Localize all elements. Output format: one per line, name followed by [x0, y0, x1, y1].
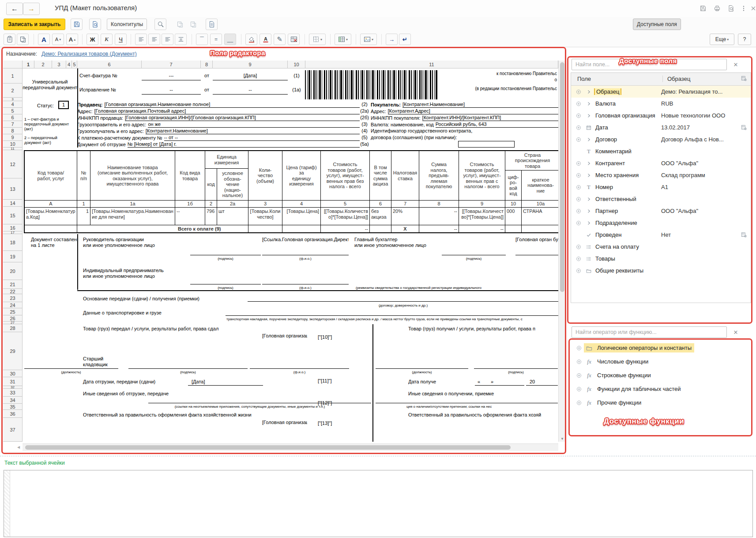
wrap-text-icon[interactable]: ↵	[399, 34, 411, 45]
row-header[interactable]: 13	[3, 178, 23, 200]
assignment-link[interactable]: Демо: Реализация товаров (Документ)	[41, 51, 137, 57]
column-header[interactable]: 11	[305, 61, 558, 68]
save-icon[interactable]	[71, 19, 83, 30]
horizontal-scrollbar[interactable]: ◀	[23, 443, 558, 451]
row-header[interactable]: 5	[3, 108, 23, 114]
row-header[interactable]: 36	[3, 410, 23, 418]
window-save-icon[interactable]	[699, 4, 707, 12]
row-header[interactable]: 30	[3, 370, 23, 377]
row-header[interactable]: 33	[3, 389, 23, 397]
valign-middle-icon[interactable]: =	[210, 34, 222, 45]
row-header[interactable]: 6	[3, 114, 23, 121]
window-menu-icon[interactable]	[740, 4, 748, 12]
row-header[interactable]: 15	[3, 207, 23, 224]
row-header[interactable]: 4	[3, 101, 23, 108]
window-preview-icon[interactable]	[727, 4, 735, 12]
italic-button[interactable]: К	[101, 34, 113, 45]
dolzh-caption: (должность)	[29, 370, 113, 374]
column-header[interactable]: 2	[34, 61, 52, 68]
grid-corner[interactable]	[3, 61, 23, 68]
align-left-icon[interactable]	[135, 34, 147, 45]
align-justify-icon[interactable]	[175, 34, 187, 45]
preview-icon[interactable]	[89, 19, 101, 30]
row-header[interactable]: 7	[3, 121, 23, 128]
column-header[interactable]: 6	[77, 61, 142, 68]
fill-color-icon[interactable]	[245, 34, 257, 45]
font-larger-button[interactable]: А▴	[66, 34, 78, 45]
valign-bottom-icon[interactable]: __	[224, 34, 236, 45]
bold-button[interactable]: Ж	[87, 34, 98, 45]
row-header[interactable]: 34	[3, 397, 23, 404]
row-header[interactable]: 24	[3, 302, 23, 308]
row-header[interactable]: 8	[3, 128, 23, 134]
paste-style-icon[interactable]	[187, 19, 199, 30]
pencil-icon[interactable]: ✎	[274, 34, 286, 45]
row-header[interactable]: 19	[3, 251, 23, 262]
window-close-icon[interactable]	[749, 4, 756, 12]
copy-style-icon[interactable]	[174, 19, 186, 30]
column-header[interactable]: 4	[66, 61, 72, 68]
row-header[interactable]: 31	[3, 377, 23, 386]
selected-cell-text-area[interactable]	[4, 470, 753, 537]
paste-icon[interactable]	[4, 34, 15, 45]
copy-icon[interactable]	[17, 34, 29, 45]
column-header[interactable]: 10	[288, 61, 305, 68]
text-orientation-icon[interactable]: →	[386, 34, 398, 45]
row-header[interactable]: 16	[3, 224, 23, 231]
row-header[interactable]: 23	[3, 294, 23, 302]
find-icon[interactable]	[154, 19, 166, 30]
back-button[interactable]: ←	[6, 3, 23, 15]
row-header[interactable]: 14	[3, 200, 23, 207]
functions-search-input[interactable]	[572, 326, 727, 338]
font-color-icon[interactable]	[260, 34, 271, 45]
column-header[interactable]: 5	[72, 61, 77, 68]
save-close-button[interactable]: Записать и закрыть	[4, 19, 65, 30]
available-fields-button[interactable]: Доступные поля	[633, 19, 681, 30]
row-header[interactable]: 28	[3, 324, 23, 332]
row-header[interactable]: 2	[3, 83, 23, 98]
layout-editor-area[interactable]: Назначение: Демо: Реализация товаров (До…	[1, 47, 566, 454]
scroll-down-icon[interactable]: ▼	[560, 437, 564, 441]
column-header[interactable]: 1	[23, 61, 34, 68]
row-header[interactable]: 25	[3, 308, 23, 315]
headers-footers-button[interactable]: Колонтитулы	[107, 19, 147, 30]
row-header[interactable]: 35	[3, 404, 23, 410]
align-center-icon[interactable]	[148, 34, 160, 45]
row-header[interactable]: 26	[3, 315, 23, 322]
row-header[interactable]: 12	[3, 150, 23, 178]
row-header[interactable]: 3	[3, 98, 23, 101]
data-cost-with-tax: [[Товары.Количество]*[Товары.Цена]]	[459, 208, 505, 225]
borders-dropdown[interactable]: ▾	[309, 34, 326, 45]
picture-dropdown[interactable]: ▾	[360, 34, 377, 45]
row-header[interactable]: 20	[3, 262, 23, 280]
functions-search-close-icon[interactable]: ✕	[731, 327, 741, 337]
row-header[interactable]: 37	[3, 418, 23, 442]
window-print-icon[interactable]	[713, 4, 721, 12]
scroll-left-icon[interactable]: ◀	[17, 445, 20, 449]
help-button[interactable]: ?	[738, 34, 751, 45]
row-header[interactable]: 22	[3, 289, 23, 294]
column-header[interactable]: 7	[142, 61, 201, 68]
column-header[interactable]: 3	[52, 61, 66, 68]
row-header[interactable]: 21	[3, 280, 23, 289]
underline-button[interactable]: Ч	[115, 34, 127, 45]
font-smaller-button[interactable]: А▾	[52, 34, 64, 45]
vertical-scrollbar[interactable]: ▼	[558, 61, 566, 442]
forward-button[interactable]: →	[23, 3, 40, 15]
row-header[interactable]: 10	[3, 141, 23, 148]
resp-ship-label: Ответственный за правильность оформления…	[83, 412, 370, 418]
column-header[interactable]: 9	[213, 61, 288, 68]
align-right-icon[interactable]	[162, 34, 173, 45]
row-header[interactable]: 29	[3, 332, 23, 370]
table-dropdown[interactable]: ▾	[335, 34, 351, 45]
page-setup-icon[interactable]	[206, 19, 218, 30]
row-header[interactable]: 1	[3, 68, 23, 83]
other-recv-label: Иные сведения о получении, приемке	[408, 391, 494, 397]
font-button[interactable]: А	[38, 34, 50, 45]
row-header[interactable]: 18	[3, 234, 23, 251]
more-button[interactable]: Еще▾	[710, 34, 734, 45]
valign-top-icon[interactable]: ‾‾	[196, 34, 208, 45]
column-header[interactable]: 8	[201, 61, 213, 68]
row-header[interactable]: 9	[3, 134, 23, 141]
clear-borders-icon[interactable]	[288, 34, 300, 45]
